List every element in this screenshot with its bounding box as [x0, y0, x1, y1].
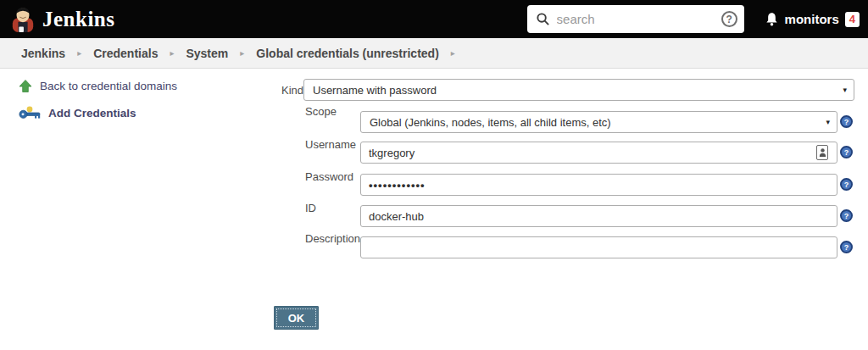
password-input[interactable]	[360, 174, 837, 196]
username-help-icon[interactable]: ?	[840, 146, 853, 158]
monitors-link[interactable]: monitors 4	[765, 12, 860, 27]
scope-select[interactable]: Global (Jenkins, nodes, items, all child…	[360, 111, 837, 133]
sidebar-item-add-credentials[interactable]: Add Credentials	[19, 106, 136, 120]
app-title: Jenkins	[42, 8, 114, 31]
search-icon	[536, 12, 550, 26]
description-help-icon[interactable]: ?	[840, 241, 853, 253]
password-help-icon[interactable]: ?	[840, 178, 853, 191]
key-icon	[19, 106, 41, 120]
kind-select[interactable]: Username with password ▾	[303, 79, 854, 101]
chevron-down-icon: ▾	[843, 86, 847, 94]
sidebar-item-label: Add Credentials	[48, 107, 136, 119]
description-label: Description	[305, 232, 360, 245]
breadcrumb-credentials[interactable]: Credentials	[93, 47, 158, 60]
description-input[interactable]	[360, 236, 837, 258]
search-help-icon[interactable]: ?	[721, 11, 737, 27]
monitors-count-badge: 4	[845, 12, 860, 27]
scope-label: Scope	[305, 105, 337, 118]
id-help-icon[interactable]: ?	[840, 209, 853, 222]
id-label: ID	[305, 202, 316, 214]
scope-help-icon[interactable]: ?	[840, 115, 853, 128]
search-box: ?	[527, 5, 744, 33]
jenkins-butler-logo-icon	[10, 5, 36, 34]
breadcrumb-jenkins[interactable]: Jenkins	[21, 47, 65, 60]
chevron-right-icon: ▸	[170, 48, 174, 58]
breadcrumb-global-credentials[interactable]: Global credentials (unrestricted)	[256, 47, 439, 60]
top-header: Jenkins ? monitors 4	[0, 0, 868, 38]
search-input[interactable]	[557, 12, 715, 26]
id-input[interactable]	[360, 205, 837, 227]
browser-autofill-icon[interactable]	[816, 145, 828, 160]
main-content: Back to credential domains Add Credentia…	[0, 69, 868, 350]
kind-label: Kind	[281, 84, 303, 97]
bell-icon	[765, 12, 779, 27]
chevron-right-icon: ▸	[451, 48, 455, 58]
scope-select-value: Global (Jenkins, nodes, items, all child…	[370, 116, 826, 129]
sidebar-item-label: Back to credential domains	[40, 80, 177, 92]
ok-button[interactable]: OK	[274, 306, 319, 330]
kind-select-value: Username with password	[313, 84, 843, 97]
chevron-right-icon: ▸	[240, 48, 244, 58]
jenkins-home-link[interactable]: Jenkins	[10, 5, 114, 34]
username-input[interactable]	[360, 142, 837, 164]
username-label: Username	[305, 138, 356, 151]
sidebar-item-back-to-credential-domains[interactable]: Back to credential domains	[19, 79, 177, 93]
breadcrumb: Jenkins ▸ Credentials ▸ System ▸ Global …	[0, 38, 868, 69]
chevron-right-icon: ▸	[77, 48, 81, 58]
up-arrow-icon	[19, 79, 32, 93]
monitors-label: monitors	[785, 12, 839, 26]
password-label: Password	[305, 170, 353, 183]
breadcrumb-system[interactable]: System	[186, 47, 228, 60]
chevron-down-icon: ▾	[826, 118, 830, 126]
